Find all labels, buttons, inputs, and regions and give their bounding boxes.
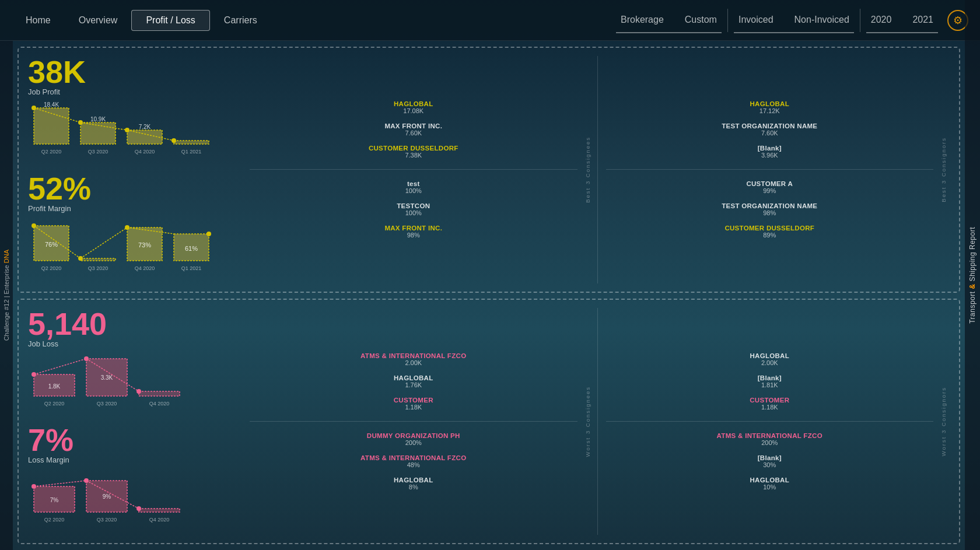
worst-rankings-section: ATMS & INTERNATIONAL FZCO 2.00K HAGLOBAL… bbox=[245, 308, 950, 535]
nav-year-2021[interactable]: 2021 bbox=[908, 12, 938, 27]
svg-text:Q2 2020: Q2 2020 bbox=[41, 149, 62, 155]
best-consignor-margin-1: CUSTOMER A 99% bbox=[606, 180, 934, 194]
svg-text:Q3 2020: Q3 2020 bbox=[97, 517, 117, 523]
worst-consignee-margin-1: DUMMY ORGANIZATION PH 200% bbox=[250, 432, 578, 446]
nav-home[interactable]: Home bbox=[12, 10, 65, 30]
worst-consignee-margin-3: HAGLOBAL 8% bbox=[250, 477, 578, 491]
nav-divider-1 bbox=[727, 9, 728, 32]
nav-overview[interactable]: Overview bbox=[65, 10, 132, 30]
svg-text:7.2K: 7.2K bbox=[139, 124, 151, 130]
worst-consignee-margin-1-value: 200% bbox=[405, 439, 422, 446]
best-consignee-2-value: 7.60K bbox=[405, 129, 422, 136]
job-profit-chart: 18.4K Q2 2020 10.9K Q3 2020 7.2K Q4 2020 bbox=[28, 102, 238, 167]
worst-consignee-1-value: 2.00K bbox=[405, 359, 422, 366]
svg-text:9%: 9% bbox=[103, 493, 111, 500]
svg-rect-57 bbox=[139, 509, 180, 512]
divider-worst bbox=[597, 308, 598, 535]
svg-text:Q3 2020: Q3 2020 bbox=[97, 401, 117, 407]
worst-consignor-2-value: 1.81K bbox=[761, 381, 778, 388]
svg-text:Q4 2020: Q4 2020 bbox=[149, 401, 170, 407]
worst-consignor-1: HAGLOBAL 2.00K bbox=[606, 352, 934, 366]
nav-profit-loss[interactable]: Profit / Loss bbox=[131, 10, 209, 31]
loss-kpi-charts: 5,140 Job Loss 1.8K Q2 2020 3.3K bbox=[28, 308, 238, 535]
best-consignee-3-value: 7.38K bbox=[405, 152, 422, 159]
best-consignors-label: Best 3 Consignors bbox=[940, 56, 950, 283]
nav-year-2020[interactable]: 2020 bbox=[866, 12, 897, 27]
best-consignor-2-value: 7.60K bbox=[761, 129, 778, 136]
svg-text:Q4 2020: Q4 2020 bbox=[135, 265, 155, 271]
job-loss-kpi: 5,140 Job Loss bbox=[28, 308, 238, 348]
svg-rect-44 bbox=[139, 391, 180, 396]
worst-consignee-3: CUSTOMER 1.18K bbox=[250, 397, 578, 411]
nav-year-group: 2020 2021 bbox=[866, 12, 938, 29]
svg-point-31 bbox=[206, 232, 211, 236]
worst-consignor-margin-1-name: ATMS & INTERNATIONAL FZCO bbox=[717, 432, 822, 439]
best-consignor-2-name: TEST ORGANIZATION NAME bbox=[722, 122, 817, 129]
best-consignor-margin-2-value: 98% bbox=[763, 209, 776, 216]
nav-invoiced[interactable]: Invoiced bbox=[734, 12, 778, 27]
svg-text:Q2 2020: Q2 2020 bbox=[44, 517, 65, 523]
nav-type-group: Brokerage Custom bbox=[616, 12, 722, 29]
nav-brokerage[interactable]: Brokerage bbox=[616, 12, 668, 27]
worst-consignee-margin-2: ATMS & INTERNATIONAL FZCO 48% bbox=[250, 454, 578, 468]
job-loss-label: Job Loss bbox=[28, 339, 238, 348]
loss-margin-kpi: 7% Loss Margin bbox=[28, 424, 238, 464]
best-consignors-col: HAGLOBAL 17.12K TEST ORGANIZATION NAME 7… bbox=[601, 56, 950, 283]
worst-consignee-margin-3-value: 8% bbox=[409, 484, 418, 491]
nav-divider-2 bbox=[860, 9, 860, 32]
worst-consignor-margin-2: [Blank] 30% bbox=[606, 454, 934, 468]
svg-rect-12 bbox=[174, 141, 209, 144]
job-profit-label: Job Profit bbox=[28, 87, 238, 96]
worst-consignees-title: Worst 3 Consignees bbox=[584, 386, 591, 457]
worst-consignor-margin-3-value: 10% bbox=[763, 484, 776, 491]
worst-consignor-2-name: [Blank] bbox=[758, 374, 782, 381]
loss-margin-value: 7% bbox=[28, 424, 238, 456]
best-consignee-margin-3: MAX FRONT INC. 98% bbox=[250, 225, 578, 239]
nav-non-invoiced[interactable]: Non-Invoiced bbox=[790, 12, 854, 27]
profit-margin-svg: 76% Q2 2020 Q3 2020 73% Q4 2020 bbox=[28, 219, 215, 277]
worst-consignees-label: Worst 3 Consignees bbox=[584, 308, 594, 535]
side-challenge-text: Challenge #12 | Enterprise DNA bbox=[3, 250, 10, 341]
worst-consignors-label: Worst 3 Consignors bbox=[940, 308, 950, 535]
side-label-text: Transport & Shipping Report bbox=[968, 227, 977, 324]
svg-text:76%: 76% bbox=[45, 241, 58, 248]
svg-text:Q4 2020: Q4 2020 bbox=[149, 517, 170, 523]
worst-consignee-margin-3-name: HAGLOBAL bbox=[394, 477, 433, 484]
worst-consignor-margin-3-name: HAGLOBAL bbox=[750, 477, 789, 484]
best-consignor-1-value: 17.12K bbox=[760, 107, 780, 114]
best-consignors-items: HAGLOBAL 17.12K TEST ORGANIZATION NAME 7… bbox=[601, 56, 939, 283]
svg-text:Q3 2020: Q3 2020 bbox=[88, 265, 108, 271]
worst-consignees-items: ATMS & INTERNATIONAL FZCO 2.00K HAGLOBAL… bbox=[245, 308, 582, 535]
svg-text:Q2 2020: Q2 2020 bbox=[44, 401, 65, 407]
svg-text:Q4 2020: Q4 2020 bbox=[135, 149, 155, 155]
best-consignor-2: TEST ORGANIZATION NAME 7.60K bbox=[606, 122, 934, 136]
best-consignees-section: HAGLOBAL 17.08K MAX FRONT INC. 7.60K CUS… bbox=[245, 56, 950, 283]
best-consignee-1-value: 17.08K bbox=[403, 107, 424, 114]
worst-consignee-margin-2-value: 48% bbox=[407, 461, 420, 468]
nav-carriers[interactable]: Carriers bbox=[210, 10, 271, 30]
best-consignor-1-name: HAGLOBAL bbox=[750, 100, 789, 107]
best-consignees-items: HAGLOBAL 17.08K MAX FRONT INC. 7.60K CUS… bbox=[245, 56, 582, 283]
job-profit-kpi: 38K Job Profit bbox=[28, 56, 238, 96]
worst-consignee-2: HAGLOBAL 1.76K bbox=[250, 374, 578, 388]
job-loss-value: 5,140 bbox=[28, 308, 238, 339]
loss-margin-label: Loss Margin bbox=[28, 456, 238, 464]
best-consignee-margin-2-name: TESTCON bbox=[397, 202, 430, 209]
top-navigation: Home Overview Profit / Loss Carriers Bro… bbox=[0, 0, 980, 41]
svg-text:3.3K: 3.3K bbox=[101, 374, 113, 381]
svg-line-47 bbox=[34, 359, 86, 374]
side-label-right: Transport & Shipping Report bbox=[965, 0, 980, 550]
worst-consignors-items: HAGLOBAL 2.00K [Blank] 1.81K CUSTOMER 1.… bbox=[601, 308, 939, 535]
worst-consignor-margin-1-value: 200% bbox=[761, 439, 778, 446]
svg-text:73%: 73% bbox=[138, 241, 151, 248]
best-consignor-1: HAGLOBAL 17.12K bbox=[606, 100, 934, 114]
worst-consignee-margin-1-name: DUMMY ORGANIZATION PH bbox=[367, 432, 460, 439]
best-consignee-margin-1-name: test bbox=[407, 180, 420, 187]
worst-consignor-margin-2-name: [Blank] bbox=[758, 454, 782, 461]
best-consignor-margin-3-name: CUSTOMER DUSSELDORF bbox=[724, 225, 814, 232]
loss-margin-svg: 7% Q2 2020 9% Q3 2020 Q4 2020 bbox=[28, 470, 191, 528]
loss-margin-chart: 7% Q2 2020 9% Q3 2020 Q4 2020 bbox=[28, 470, 238, 535]
divider-consignees-consignors bbox=[597, 56, 598, 283]
nav-custom[interactable]: Custom bbox=[680, 12, 722, 27]
best-consignor-margin-2-name: TEST ORGANIZATION NAME bbox=[722, 202, 817, 209]
